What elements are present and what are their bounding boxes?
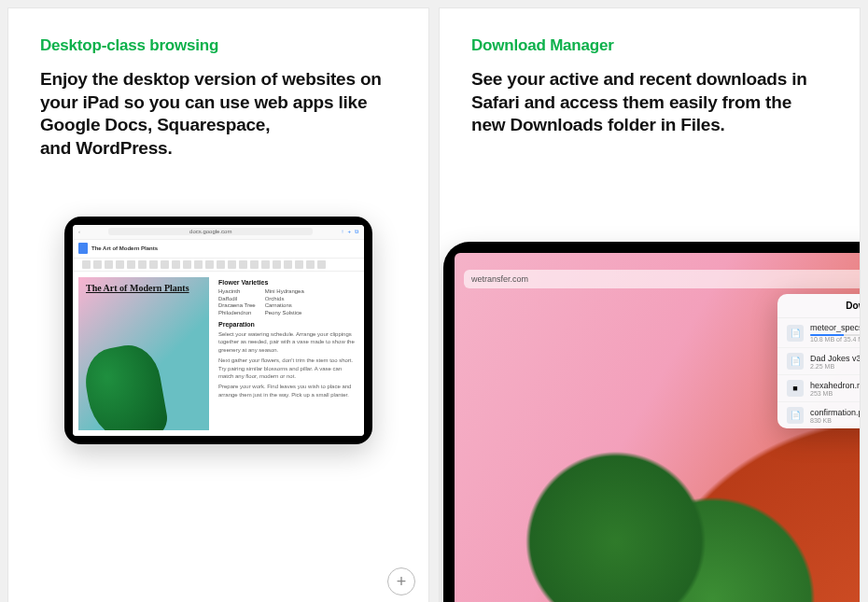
card-description: See your active and recent downloads in … (471, 68, 828, 137)
docs-tool-button[interactable] (273, 260, 281, 269)
paragraph: Next gather your flowers, don't trim the… (218, 357, 355, 380)
paragraph: Select your watering schedule. Arrange y… (218, 330, 355, 354)
download-name: Dad Jokes v3.pdf (810, 354, 861, 363)
download-name: hexahedron.mp4 (810, 381, 861, 390)
back-icon[interactable]: ‹ (78, 229, 80, 234)
docs-tool-button[interactable] (261, 260, 270, 269)
docs-tool-button[interactable] (306, 260, 315, 269)
download-name: confirmation.pdf (810, 408, 861, 417)
list-item: Carnations (265, 302, 304, 310)
list-item: Daffodil (218, 296, 256, 303)
list-item: Hyacinth (218, 288, 256, 296)
docs-tool-button[interactable] (228, 260, 236, 269)
docs-tool-button[interactable] (295, 260, 303, 269)
download-thumb-icon: 📄 (787, 353, 804, 370)
docs-filename: The Art of Modern Plants (91, 245, 158, 251)
docs-header: The Art of Modern Plants (73, 240, 364, 259)
address-bar[interactable]: docs.google.com (108, 228, 313, 235)
download-thumb-icon: 📄 (787, 325, 804, 342)
docs-tool-button[interactable] (250, 260, 259, 269)
docs-hero-image: The Art of Modern Plants (78, 277, 209, 430)
download-row[interactable]: 📄confirmation.pdf830 KB🔍 (777, 402, 861, 428)
plus-icon: + (397, 573, 407, 590)
google-docs-icon (78, 243, 88, 254)
docs-tool-button[interactable] (317, 260, 326, 269)
docs-tool-button[interactable] (127, 260, 135, 269)
downloads-popover: Downloads Clear 📄meteor_specs10.8 MB of … (777, 294, 861, 428)
docs-toolbar (73, 259, 364, 272)
ipad-mockup: ᯤ 100% ▬ wetransfer.com ↻ ↓ ↑ + ⧉ (443, 242, 861, 602)
download-name: meteor_specs (810, 323, 861, 332)
safari-toolbar: ‹ docs.google.com ↑ + ⧉ (73, 225, 364, 240)
docs-tool-button[interactable] (161, 260, 169, 269)
share-icon[interactable]: ↑ (341, 229, 343, 235)
download-subtext: 2.25 MB (810, 363, 861, 370)
download-subtext: 10.8 MB of 35.4 MB (810, 336, 861, 343)
leaf-illustration (80, 341, 170, 430)
ipad-mockup: ‹ docs.google.com ↑ + ⧉ The Art of Moder… (64, 217, 372, 444)
card-description: Enjoy the desktop version of websites on… (40, 68, 397, 161)
download-row[interactable]: ■hexahedron.mp4253 MB🔍 (777, 375, 861, 402)
docs-tool-button[interactable] (82, 260, 91, 269)
add-tab-icon[interactable]: + (347, 229, 351, 235)
docs-tool-button[interactable] (284, 260, 292, 269)
expand-button[interactable]: + (387, 567, 415, 595)
list-item: Orchids (265, 296, 304, 303)
list-item: Mini Hydrangea (265, 288, 304, 296)
docs-hero-title: The Art of Modern Plants (86, 283, 189, 294)
list-item: Philodendron (218, 310, 256, 317)
docs-tool-button[interactable] (105, 260, 113, 269)
docs-tool-button[interactable] (239, 260, 247, 269)
docs-tool-button[interactable] (205, 260, 214, 269)
docs-tool-button[interactable] (149, 260, 158, 269)
docs-body-text: Flower Varieties HyacinthDaffodilDracaen… (218, 277, 358, 430)
download-row[interactable]: 📄meteor_specs10.8 MB of 35.4 MB✕🔍 (777, 318, 861, 348)
download-thumb-icon: ■ (787, 380, 804, 397)
docs-tool-button[interactable] (183, 260, 191, 269)
docs-tool-button[interactable] (93, 260, 102, 269)
feature-card-desktop-browsing: Desktop-class browsing Enjoy the desktop… (7, 7, 429, 602)
section-heading: Preparation (218, 321, 355, 328)
address-bar[interactable]: wetransfer.com ↻ (464, 270, 861, 288)
download-thumb-icon: 📄 (787, 407, 804, 424)
card-title: Download Manager (471, 36, 828, 55)
url-text: wetransfer.com (471, 274, 528, 284)
docs-tool-button[interactable] (172, 260, 180, 269)
tabs-icon[interactable]: ⧉ (355, 229, 358, 235)
safari-toolbar: wetransfer.com ↻ ↓ ↑ + ⧉ (464, 268, 861, 290)
paragraph: Prepare your work. Find leaves you wish … (218, 383, 355, 399)
download-subtext: 830 KB (810, 417, 861, 424)
section-heading: Flower Varieties (218, 279, 355, 286)
docs-tool-button[interactable] (138, 260, 147, 269)
list-item: Peony Solstice (265, 310, 304, 317)
feature-card-download-manager: Download Manager See your active and rec… (439, 7, 861, 602)
card-title: Desktop-class browsing (40, 36, 397, 55)
docs-tool-button[interactable] (217, 260, 225, 269)
popover-title: Downloads (846, 301, 861, 311)
download-row[interactable]: 📄Dad Jokes v3.pdf2.25 MB🔍 (777, 348, 861, 375)
download-subtext: 253 MB (810, 390, 861, 397)
list-item: Dracaena Tree (218, 302, 256, 310)
docs-tool-button[interactable] (116, 260, 124, 269)
docs-tool-button[interactable] (194, 260, 203, 269)
